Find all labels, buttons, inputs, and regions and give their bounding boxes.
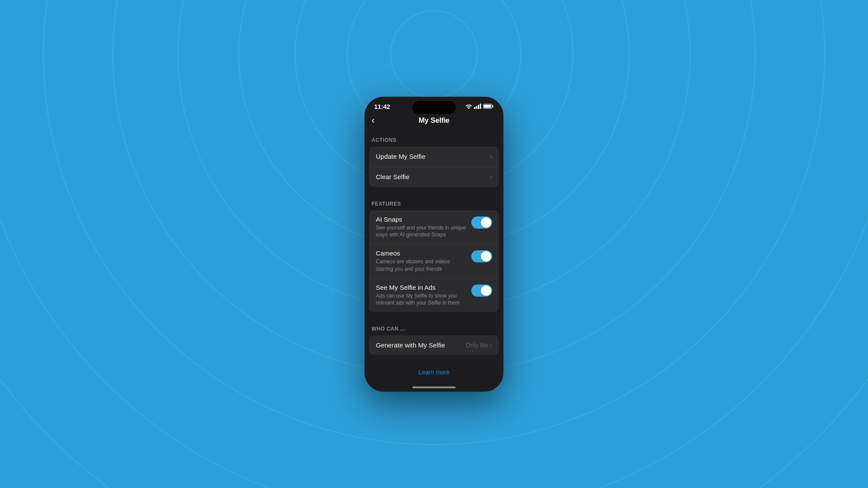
svg-rect-14	[478, 105, 479, 109]
selfie-ads-text: See My Selfie in Ads Ads can use My Self…	[376, 284, 467, 307]
ai-snaps-desc: See yourself and your friends in unique …	[376, 224, 467, 239]
clear-selfie-chevron: ›	[490, 173, 492, 181]
svg-rect-15	[480, 104, 481, 109]
selfie-ads-toggle[interactable]	[471, 285, 492, 297]
ai-snaps-item: AI Snaps See yourself and your friends i…	[369, 210, 499, 244]
cameos-title: Cameos	[376, 249, 467, 257]
ai-snaps-toggle[interactable]	[471, 216, 492, 229]
svg-rect-13	[476, 106, 477, 109]
phone-shell: 11:42 ▲ △ ▣ •	[365, 97, 503, 392]
generate-selfie-item[interactable]: Generate with My Selfie Only Me ›	[369, 335, 499, 355]
svg-rect-12	[474, 107, 475, 109]
signal-icon	[474, 104, 481, 109]
dynamic-island	[412, 101, 456, 114]
update-selfie-item[interactable]: Update My Selfie ›	[369, 147, 499, 167]
svg-rect-18	[484, 105, 491, 108]
ai-snaps-text: AI Snaps See yourself and your friends i…	[376, 216, 467, 239]
cameos-item: Cameos Cameos are stickers and videos st…	[369, 244, 499, 278]
generate-selfie-label: Generate with My Selfie	[376, 341, 445, 349]
nav-header: ‹ My Selfie	[365, 113, 503, 130]
actions-section-header: ACTIONS	[365, 130, 503, 147]
update-selfie-label: Update My Selfie	[376, 153, 425, 160]
battery-icon	[483, 104, 494, 109]
generate-selfie-value: Only Me	[466, 342, 488, 349]
status-time: 11:42	[374, 103, 390, 110]
cameos-text: Cameos Cameos are stickers and videos st…	[376, 249, 467, 273]
features-group: AI Snaps See yourself and your friends i…	[369, 210, 499, 312]
back-button[interactable]: ‹	[372, 116, 375, 125]
page-title: My Selfie	[419, 116, 450, 125]
svg-rect-17	[493, 105, 493, 108]
home-indicator	[412, 386, 456, 388]
selfie-ads-desc: Ads can use My Selfie to show you releva…	[376, 292, 467, 307]
clear-selfie-label: Clear Selfie	[376, 173, 410, 180]
who-can-group: Generate with My Selfie Only Me ›	[369, 335, 499, 355]
generate-selfie-right: Only Me ›	[466, 342, 492, 349]
update-selfie-chevron: ›	[490, 153, 492, 160]
status-right-icons	[465, 104, 494, 109]
svg-point-0	[391, 11, 477, 98]
clear-selfie-item[interactable]: Clear Selfie ›	[369, 167, 499, 187]
cameos-toggle[interactable]	[471, 250, 492, 262]
selfie-ads-title: See My Selfie in Ads	[376, 284, 467, 291]
actions-group: Update My Selfie › Clear Selfie ›	[369, 147, 499, 187]
generate-selfie-chevron: ›	[490, 342, 492, 349]
cameos-desc: Cameos are stickers and videos starring …	[376, 258, 467, 273]
features-section-header: FEATURES	[365, 194, 503, 210]
selfie-ads-item: See My Selfie in Ads Ads can use My Self…	[369, 278, 499, 312]
content-scroll[interactable]: ACTIONS Update My Selfie › Clear Selfie …	[365, 130, 503, 392]
ai-snaps-title: AI Snaps	[376, 216, 467, 223]
wifi-icon	[465, 104, 472, 109]
who-can-section-header: WHO CAN ...	[365, 319, 503, 335]
phone-screen: 11:42 ▲ △ ▣ •	[365, 97, 503, 392]
learn-more-link[interactable]: Learn more	[365, 362, 503, 383]
